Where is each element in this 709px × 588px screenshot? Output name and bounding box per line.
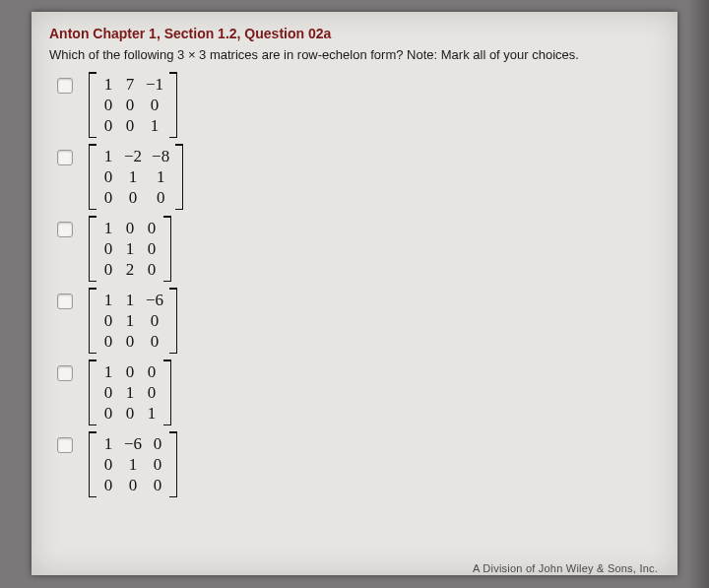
question-page: Anton Chapter 1, Section 1.2, Question 0… <box>32 12 677 575</box>
matrix-cell: 0 <box>155 189 166 206</box>
matrix-cell: 0 <box>102 240 114 257</box>
matrix-2: 1 0 0 0 1 0 0 2 0 <box>89 216 171 282</box>
matrix-cell: 0 <box>124 97 136 113</box>
matrix-cell: 0 <box>102 189 114 206</box>
matrix-cell: 1 <box>124 292 136 308</box>
matrix-cell: 1 <box>124 240 136 257</box>
matrix-cell: 0 <box>102 333 114 350</box>
question-title: Anton Chapter 1, Section 1.2, Question 0… <box>49 26 660 41</box>
checkbox-5[interactable] <box>57 437 73 453</box>
matrix-cell: 0 <box>102 456 114 473</box>
matrix-cell: 1 <box>102 363 114 380</box>
matrix-cell: −6 <box>124 435 142 452</box>
option-2: 1 0 0 0 1 0 0 2 0 <box>57 216 660 282</box>
matrix-cell: 0 <box>124 405 136 422</box>
matrix-cell: 1 <box>124 312 136 329</box>
bracket-right-icon <box>169 72 177 138</box>
bracket-left-icon <box>89 359 97 425</box>
checkbox-1[interactable] <box>57 150 73 165</box>
matrix-cell: 0 <box>127 477 139 493</box>
matrix-cell: 1 <box>124 384 136 401</box>
matrix-cell: 0 <box>124 333 136 350</box>
matrix-cell: −1 <box>146 76 163 93</box>
option-3: 1 1 −6 0 1 0 0 0 0 <box>57 288 660 354</box>
matrix-cell: 0 <box>102 117 114 134</box>
option-1: 1 −2 −8 0 1 1 0 0 0 <box>57 144 660 210</box>
matrix-grid: 1 7 −1 0 0 0 0 0 1 <box>97 72 169 138</box>
matrix-cell: 0 <box>146 384 158 401</box>
bracket-right-icon <box>163 216 171 282</box>
bracket-right-icon <box>169 431 177 497</box>
matrix-cell: 0 <box>127 189 139 206</box>
matrix-cell: 1 <box>155 168 166 185</box>
matrix-grid: 1 −2 −8 0 1 1 0 0 0 <box>97 144 175 210</box>
matrix-grid: 1 −6 0 0 1 0 0 0 0 <box>97 431 169 497</box>
checkbox-4[interactable] <box>57 365 73 381</box>
matrix-cell: −2 <box>124 148 142 164</box>
matrix-cell: 2 <box>124 261 136 278</box>
bracket-right-icon <box>163 359 171 425</box>
matrix-cell: 1 <box>127 168 139 185</box>
matrix-cell: 1 <box>102 435 114 452</box>
window-edge <box>687 0 709 588</box>
matrix-cell: 1 <box>102 148 114 164</box>
matrix-1: 1 −2 −8 0 1 1 0 0 0 <box>89 144 183 210</box>
matrix-cell: 7 <box>124 76 136 93</box>
checkbox-0[interactable] <box>57 78 73 94</box>
matrix-4: 1 0 0 0 1 0 0 0 1 <box>89 359 171 425</box>
matrix-cell: 1 <box>102 76 114 93</box>
options-list: 1 7 −1 0 0 0 0 0 1 1 −2 <box>49 72 660 497</box>
option-0: 1 7 −1 0 0 0 0 0 1 <box>57 72 660 138</box>
bracket-left-icon <box>89 288 97 354</box>
question-text: Which of the following 3 × 3 matrices ar… <box>49 47 660 62</box>
matrix-cell: 0 <box>146 220 158 236</box>
bracket-left-icon <box>89 72 97 138</box>
bracket-left-icon <box>89 144 97 210</box>
matrix-cell: 0 <box>152 477 163 493</box>
matrix-cell: −8 <box>152 148 169 164</box>
matrix-cell: 0 <box>149 333 161 350</box>
matrix-cell: 0 <box>102 312 114 329</box>
bracket-left-icon <box>89 431 97 497</box>
bracket-left-icon <box>89 216 97 282</box>
matrix-cell: 0 <box>102 477 114 493</box>
footer-text: A Division of John Wiley & Sons, Inc. <box>473 562 658 574</box>
matrix-cell: 1 <box>149 117 161 134</box>
matrix-cell: 0 <box>152 435 163 452</box>
matrix-cell: −6 <box>146 292 163 308</box>
matrix-cell: 1 <box>127 456 139 473</box>
matrix-5: 1 −6 0 0 1 0 0 0 0 <box>89 431 177 497</box>
matrix-cell: 0 <box>102 261 114 278</box>
matrix-cell: 0 <box>124 117 136 134</box>
matrix-cell: 0 <box>102 168 114 185</box>
bracket-right-icon <box>175 144 183 210</box>
matrix-cell: 0 <box>124 363 136 380</box>
matrix-cell: 1 <box>146 405 158 422</box>
matrix-cell: 0 <box>146 363 158 380</box>
option-4: 1 0 0 0 1 0 0 0 1 <box>57 359 660 425</box>
matrix-grid: 1 0 0 0 1 0 0 2 0 <box>97 216 163 282</box>
matrix-cell: 0 <box>102 384 114 401</box>
matrix-cell: 0 <box>149 97 161 113</box>
matrix-0: 1 7 −1 0 0 0 0 0 1 <box>89 72 177 138</box>
matrix-cell: 0 <box>146 261 158 278</box>
option-5: 1 −6 0 0 1 0 0 0 0 <box>57 431 660 497</box>
matrix-cell: 0 <box>149 312 161 329</box>
matrix-cell: 0 <box>152 456 163 473</box>
matrix-cell: 0 <box>146 240 158 257</box>
matrix-cell: 1 <box>102 292 114 308</box>
matrix-cell: 0 <box>102 97 114 113</box>
matrix-grid: 1 0 0 0 1 0 0 0 1 <box>97 359 163 425</box>
bracket-right-icon <box>169 288 177 354</box>
checkbox-2[interactable] <box>57 222 73 237</box>
matrix-cell: 0 <box>124 220 136 236</box>
matrix-cell: 0 <box>102 405 114 422</box>
checkbox-3[interactable] <box>57 294 73 309</box>
matrix-grid: 1 1 −6 0 1 0 0 0 0 <box>97 288 169 354</box>
matrix-3: 1 1 −6 0 1 0 0 0 0 <box>89 288 177 354</box>
matrix-cell: 1 <box>102 220 114 236</box>
